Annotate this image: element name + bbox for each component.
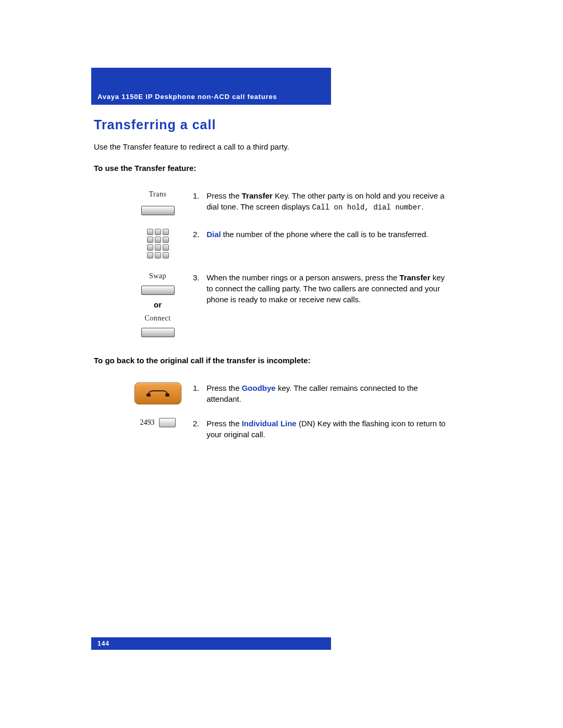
text: the number of the phone where the call i… [221,230,429,239]
icon-col-swap: Swap or Connect [94,272,193,337]
text-blue: Goodbye [242,384,276,392]
step2-text-1: 1. Press the Goodbye key. The caller rem… [193,382,454,404]
step-text-3: 3. When the number rings or a person ans… [193,272,454,305]
soft-button-icon [141,206,175,215]
step2-row-1: 1. Press the Goodbye key. The caller rem… [94,382,454,404]
section-heading-2: To go back to the original call if the t… [94,356,454,365]
soft-button-icon [141,328,175,337]
page-title: Transferring a call [94,117,454,132]
text-blue: Dial [206,230,221,239]
dn-light-icon [159,418,176,427]
text: Press the [206,191,242,200]
dn-number: 2493 [140,418,155,427]
intro-text: Use the Transfer feature to redirect a c… [94,142,454,152]
page-number-band: 144 [91,637,331,650]
step-number: 2. [193,229,204,240]
step-row-2: 2. Dial the number of the phone where th… [94,229,454,258]
step2-row-2: 2493 2. Press the Individual Line (DN) K… [94,418,454,440]
step-row-3: Swap or Connect 3. When the number rings… [94,272,454,337]
chapter-header: Avaya 1150E IP Deskphone non-ACD call fe… [91,68,331,105]
soft-label-trans: Trans [149,190,167,199]
goodbye-button-icon [134,382,181,404]
document-page: Avaya 1150E IP Deskphone non-ACD call fe… [0,0,563,728]
text: Press the [206,419,242,428]
soft-label-swap: Swap [149,272,166,280]
icon-col-keypad [94,229,193,258]
step-text-2: 2. Dial the number of the phone where th… [193,229,454,240]
section-heading-1: To use the Transfer feature: [94,164,454,172]
screen-text: Call on hold, dial number [312,203,422,212]
icon-col-dn: 2493 [94,418,193,427]
step-number: 1. [193,382,204,393]
step-text-1: 1. Press the Transfer Key. The other par… [193,190,454,213]
step-number: 1. [193,190,204,201]
icon-col-trans: Trans [94,190,193,215]
text: When the number rings or a person answer… [206,273,399,282]
dn-indicator: 2493 [140,418,176,427]
text-bold: Transfer [399,273,430,282]
or-label: or [154,300,162,309]
keypad-icon [147,229,169,258]
icon-col-goodbye [94,382,193,404]
text-bold: Transfer [242,191,273,200]
soft-label-connect: Connect [144,314,170,323]
text: Press the [206,384,242,392]
step2-text-2: 2. Press the Individual Line (DN) Key wi… [193,418,454,440]
text-blue: Individual Line [242,419,297,428]
step-row-1: Trans 1. Press the Transfer Key. The oth… [94,190,454,215]
handset-icon [148,389,168,398]
step-number: 3. [193,272,204,283]
soft-button-icon [141,286,175,295]
step-number: 2. [193,418,204,429]
text: . [422,202,424,211]
